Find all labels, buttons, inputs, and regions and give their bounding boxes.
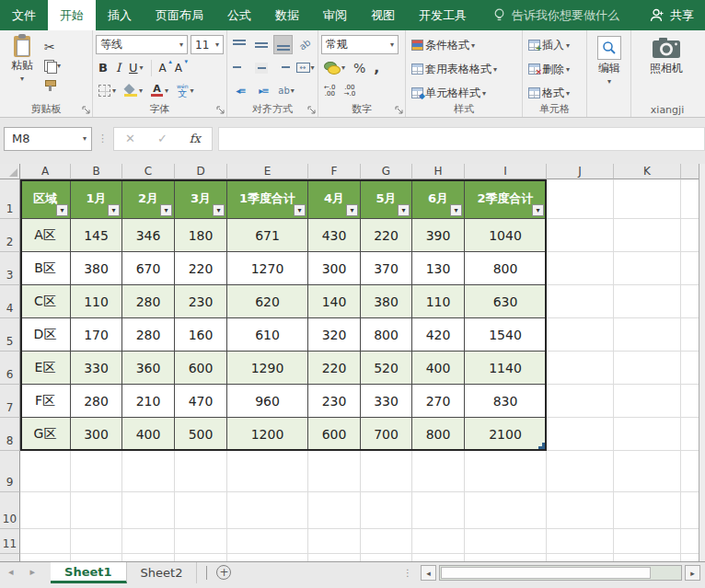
cell-K10[interactable] <box>614 492 681 529</box>
scrollbar-track[interactable] <box>439 565 682 581</box>
scrollbar-drag-handle[interactable]: ⋮ <box>403 568 412 578</box>
cell-C9[interactable] <box>122 451 175 492</box>
cell-K2[interactable] <box>614 219 681 252</box>
cell-C6[interactable]: 360 <box>122 352 175 385</box>
camera-button[interactable]: 照相机 <box>634 33 699 76</box>
cell-A9[interactable] <box>20 451 71 492</box>
cell-I4[interactable]: 630 <box>465 285 547 318</box>
insert-cells-button[interactable]: + 插入▾ <box>526 33 584 57</box>
scrollbar-thumb[interactable] <box>441 567 651 579</box>
cell-J7[interactable] <box>547 385 614 418</box>
cell-H10[interactable] <box>412 492 465 529</box>
row-header-10[interactable]: 10 <box>0 492 20 529</box>
formula-bar-drag-handle[interactable]: ⋮ <box>98 133 108 144</box>
column-header-D[interactable]: D <box>175 164 227 179</box>
cell-E5[interactable]: 610 <box>227 318 308 352</box>
cell-K12[interactable] <box>614 554 681 561</box>
row-header-9[interactable]: 9 <box>0 451 20 492</box>
cell-G2[interactable]: 220 <box>361 219 412 252</box>
cell-C12[interactable] <box>122 554 175 561</box>
cancel-icon[interactable]: ✕ <box>125 132 135 145</box>
menu-tab-8[interactable]: 开发工具 <box>407 0 479 30</box>
cell-F5[interactable]: 320 <box>308 318 361 352</box>
cell-J8[interactable] <box>547 418 614 451</box>
column-header-A[interactable]: A <box>20 164 71 179</box>
formula-input[interactable] <box>218 127 705 151</box>
cell-I6[interactable]: 1140 <box>465 352 547 385</box>
cell-B4[interactable]: 110 <box>71 285 122 318</box>
cell-D5[interactable]: 160 <box>175 318 227 352</box>
sheet-tab-Sheet1[interactable]: Sheet1 <box>51 562 127 583</box>
filter-dropdown-icon[interactable]: ▾ <box>213 204 225 216</box>
cell-A2[interactable]: A区 <box>20 219 71 252</box>
cell-D10[interactable] <box>175 492 227 529</box>
cell-E11[interactable] <box>227 529 308 554</box>
clipboard-dialog-launcher-icon[interactable] <box>82 106 91 115</box>
cell-I10[interactable] <box>465 492 547 529</box>
cell-A7[interactable]: F区 <box>20 385 71 418</box>
cell-G12[interactable] <box>361 554 412 561</box>
cell-E8[interactable]: 1200 <box>227 418 308 451</box>
cell-G9[interactable] <box>361 451 412 492</box>
cell-H12[interactable] <box>412 554 465 561</box>
menu-tab-6[interactable]: 审阅 <box>311 0 359 30</box>
fill-color-button[interactable]: ▾ <box>121 81 145 100</box>
editing-button[interactable]: 编辑 ▾ <box>590 33 629 86</box>
menu-tab-5[interactable]: 数据 <box>263 0 311 30</box>
cell-H2[interactable]: 390 <box>412 219 465 252</box>
cell-F1[interactable]: 4月▾ <box>308 179 361 219</box>
cell-J4[interactable] <box>547 285 614 318</box>
align-top-button[interactable] <box>230 35 249 54</box>
cell-B8[interactable]: 300 <box>71 418 122 451</box>
filter-dropdown-icon[interactable]: ▾ <box>450 204 462 216</box>
cell-G1[interactable]: 5月▾ <box>361 179 412 219</box>
cell-H7[interactable]: 270 <box>412 385 465 418</box>
increase-font-button[interactable]: A <box>156 58 169 77</box>
wrap-text-button[interactable]: ab▾ <box>276 81 296 100</box>
cell-G4[interactable]: 380 <box>361 285 412 318</box>
cell-I9[interactable] <box>465 451 547 492</box>
cell-F7[interactable]: 230 <box>308 385 361 418</box>
cell-F12[interactable] <box>308 554 361 561</box>
row-header-7[interactable]: 7 <box>0 385 20 418</box>
cell-D12[interactable] <box>175 554 227 561</box>
cell-I2[interactable]: 1040 <box>465 219 547 252</box>
menu-tab-2[interactable]: 插入 <box>96 0 144 30</box>
row-header-11[interactable]: 11 <box>0 529 20 554</box>
cell-A3[interactable]: B区 <box>20 252 71 285</box>
alignment-dialog-launcher-icon[interactable] <box>307 106 317 115</box>
cell-F10[interactable] <box>308 492 361 529</box>
cell-D7[interactable]: 470 <box>175 385 227 418</box>
scroll-left-button[interactable]: ◂ <box>421 565 436 581</box>
decrease-font-button[interactable]: A <box>172 58 185 77</box>
menu-tab-1[interactable]: 开始 <box>48 0 96 30</box>
column-header-B[interactable]: B <box>71 164 122 179</box>
cell-B9[interactable] <box>71 451 122 492</box>
cell-A4[interactable]: C区 <box>20 285 71 318</box>
cell-J5[interactable] <box>547 318 614 352</box>
cell-B11[interactable] <box>71 529 122 554</box>
cell-C8[interactable]: 400 <box>122 418 175 451</box>
cell-B6[interactable]: 330 <box>71 352 122 385</box>
cell-G10[interactable] <box>361 492 412 529</box>
cell-J1[interactable] <box>547 179 614 219</box>
cell-E6[interactable]: 1290 <box>227 352 308 385</box>
menu-tab-0[interactable]: 文件 <box>0 0 48 30</box>
decrease-decimal-button[interactable]: .00→.0 <box>341 81 359 100</box>
cell-C5[interactable]: 280 <box>122 318 175 352</box>
cell-D9[interactable] <box>175 451 227 492</box>
menu-tab-4[interactable]: 公式 <box>215 0 263 30</box>
row-header-4[interactable]: 4 <box>0 285 20 318</box>
filter-dropdown-icon[interactable]: ▾ <box>346 204 358 216</box>
cell-C3[interactable]: 670 <box>122 252 175 285</box>
row-header-12[interactable]: 12 <box>0 554 20 561</box>
cell-E7[interactable]: 960 <box>227 385 308 418</box>
share-button[interactable]: 共享 <box>639 0 705 30</box>
cell-D2[interactable]: 180 <box>175 219 227 252</box>
font-color-button[interactable]: A▾ <box>148 81 171 100</box>
cell-G3[interactable]: 370 <box>361 252 412 285</box>
number-dialog-launcher-icon[interactable] <box>395 106 404 115</box>
font-name-combo[interactable]: 等线▾ <box>96 35 188 54</box>
cell-D11[interactable] <box>175 529 227 554</box>
cell-B1[interactable]: 1月▾ <box>71 179 122 219</box>
